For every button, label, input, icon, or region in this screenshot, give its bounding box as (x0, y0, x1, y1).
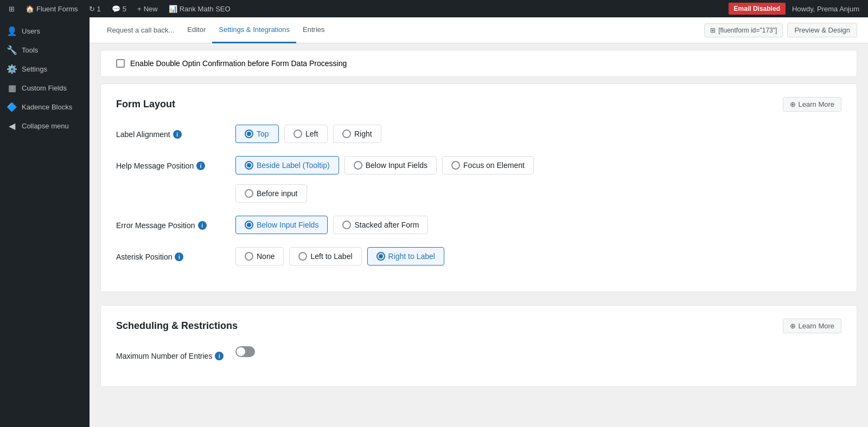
scheduling-learn-more[interactable]: ⊕ Learn More (783, 319, 841, 333)
radio-below-input-circle (354, 161, 362, 170)
max-entries-toggle[interactable] (235, 346, 255, 357)
help-msg-below-input[interactable]: Below Input Fields (344, 156, 437, 174)
rank-math-seo[interactable]: 📊 Rank Math SEO (164, 0, 235, 17)
scheduling-title: Scheduling & Restrictions ⊕ Learn More (116, 319, 841, 333)
settings-icon: ⚙️ (7, 64, 17, 74)
tab-settings-integrations[interactable]: Settings & Integrations (212, 17, 296, 43)
site-name[interactable]: 🏠 Fluent Forms (21, 0, 82, 17)
radio-before-input-circle (245, 189, 253, 198)
radio-stacked-circle (342, 221, 351, 229)
double-optin-checkbox[interactable] (116, 59, 125, 68)
double-optin-label: Enable Double Optin Confirmation before … (130, 59, 347, 68)
sidebar-label-kadence: Kadence Blocks (22, 103, 72, 111)
radio-beside-label-circle (245, 161, 253, 170)
help-msg-before-input[interactable]: Before input (235, 184, 307, 203)
section-divider (100, 299, 857, 305)
sidebar-item-kadence-blocks[interactable]: 🔷 Kadence Blocks (0, 98, 90, 117)
breadcrumb-link[interactable]: Request a call back... (100, 17, 181, 43)
learn-more-icon: ⊕ (790, 100, 796, 108)
shortcode-box[interactable]: ⊞ [fluentform id="173"] (704, 23, 783, 37)
help-message-info[interactable]: i (196, 161, 205, 170)
asterisk-options: None Left to Label Right to Label (235, 247, 444, 266)
comments-icon: 💬 (112, 5, 120, 13)
help-msg-focus-element[interactable]: Focus on Element (442, 156, 534, 174)
rank-math-icon: 📊 (169, 5, 177, 13)
preview-design-button[interactable]: Preview & Design (787, 23, 857, 37)
error-msg-stacked[interactable]: Stacked after Form (333, 216, 428, 234)
sidebar-item-tools[interactable]: 🔧 Tools (0, 41, 90, 60)
content-area: Request a call back... Editor Settings &… (90, 17, 868, 427)
help-message-options: Beside Label (Tooltip) Below Input Field… (235, 156, 610, 203)
asterisk-position-label: Asterisk Position i (116, 247, 225, 261)
error-message-options: Below Input Fields Stacked after Form (235, 216, 428, 234)
help-msg-beside-label[interactable]: Beside Label (Tooltip) (235, 156, 339, 174)
site-icon[interactable]: ⊞ (4, 0, 19, 17)
sidebar-label-tools: Tools (22, 46, 38, 54)
sidebar-item-collapse[interactable]: ◀ Collapse menu (0, 117, 90, 135)
asterisk-position-row: Asterisk Position i None Left to Label (116, 247, 841, 266)
email-disabled-badge: Email Disabled (729, 3, 786, 15)
label-alignment-row: Label Alignment i Top Left (116, 125, 841, 143)
scheduling-panel: Scheduling & Restrictions ⊕ Learn More M… (100, 305, 857, 387)
help-message-label: Help Message Position i (116, 156, 225, 170)
label-alignment-label: Label Alignment i (116, 125, 225, 139)
shortcode-icon: ⊞ (710, 27, 716, 34)
sidebar-item-custom-fields[interactable]: ▦ Custom Fields (0, 79, 90, 98)
tools-icon: 🔧 (7, 45, 17, 55)
label-alignment-left[interactable]: Left (284, 125, 328, 143)
form-layout-learn-more[interactable]: ⊕ Learn More (783, 97, 841, 112)
error-message-position-row: Error Message Position i Below Input Fie… (116, 216, 841, 234)
asterisk-right-to-label[interactable]: Right to Label (367, 247, 444, 266)
label-alignment-top[interactable]: Top (235, 125, 279, 143)
custom-fields-icon: ▦ (7, 83, 17, 93)
tab-editor[interactable]: Editor (181, 17, 212, 43)
admin-bar: ⊞ 🏠 Fluent Forms ↻ 1 💬 5 + New 📊 Rank Ma… (0, 0, 868, 17)
sidebar-label-users: Users (22, 27, 40, 35)
asterisk-info[interactable]: i (175, 253, 183, 261)
sidebar: 👤 Users 🔧 Tools ⚙️ Settings ▦ Custom Fie… (0, 17, 90, 427)
home-icon: 🏠 (25, 5, 34, 13)
max-entries-row: Maximum Number of Entries i (116, 346, 841, 360)
radio-right-circle (342, 130, 351, 138)
error-message-info[interactable]: i (198, 221, 207, 230)
radio-left-circle (293, 130, 302, 138)
radio-focus-element-circle (451, 161, 460, 170)
label-alignment-right[interactable]: Right (333, 125, 381, 143)
radio-none-circle (245, 252, 253, 261)
double-optin-section: Enable Double Optin Confirmation before … (100, 50, 857, 77)
sidebar-item-settings[interactable]: ⚙️ Settings (0, 60, 90, 79)
label-alignment-info[interactable]: i (173, 130, 182, 139)
updates[interactable]: ↻ 1 (85, 0, 105, 17)
new-content[interactable]: + New (133, 0, 162, 17)
updates-icon: ↻ (89, 5, 95, 13)
scroll-content: Enable Double Optin Confirmation before … (90, 43, 868, 427)
sidebar-label-settings: Settings (22, 65, 47, 73)
label-alignment-options: Top Left Right (235, 125, 381, 143)
help-message-position-row: Help Message Position i Beside Label (To… (116, 156, 841, 203)
asterisk-left-to-label[interactable]: Left to Label (289, 247, 361, 266)
radio-right-label-circle (376, 252, 385, 261)
sidebar-item-users[interactable]: 👤 Users (0, 22, 90, 41)
wordpress-icon: ⊞ (9, 5, 15, 13)
radio-top-circle (245, 130, 253, 138)
sidebar-label-collapse: Collapse menu (22, 122, 69, 130)
error-message-label: Error Message Position i (116, 216, 225, 230)
form-layout-panel: Form Layout ⊕ Learn More Label Alignment… (100, 83, 857, 292)
sub-header: Request a call back... Editor Settings &… (90, 17, 868, 43)
kadence-icon: 🔷 (7, 102, 17, 112)
header-actions: ⊞ [fluentform id="173"] Preview & Design (704, 23, 857, 37)
form-layout-title: Form Layout ⊕ Learn More (116, 97, 841, 112)
scheduling-learn-more-icon: ⊕ (790, 322, 796, 330)
users-icon: 👤 (7, 26, 17, 36)
asterisk-none[interactable]: None (235, 247, 284, 266)
error-msg-below-input[interactable]: Below Input Fields (235, 216, 328, 234)
collapse-icon: ◀ (7, 121, 17, 131)
new-icon: + (137, 5, 142, 13)
radio-error-below-circle (245, 221, 253, 229)
radio-left-label-circle (298, 252, 307, 261)
comments[interactable]: 💬 5 (107, 0, 131, 17)
shortcode-text: [fluentform id="173"] (718, 27, 777, 34)
tab-entries[interactable]: Entries (296, 17, 331, 43)
sidebar-label-custom-fields: Custom Fields (22, 84, 67, 92)
max-entries-info[interactable]: i (215, 352, 224, 360)
